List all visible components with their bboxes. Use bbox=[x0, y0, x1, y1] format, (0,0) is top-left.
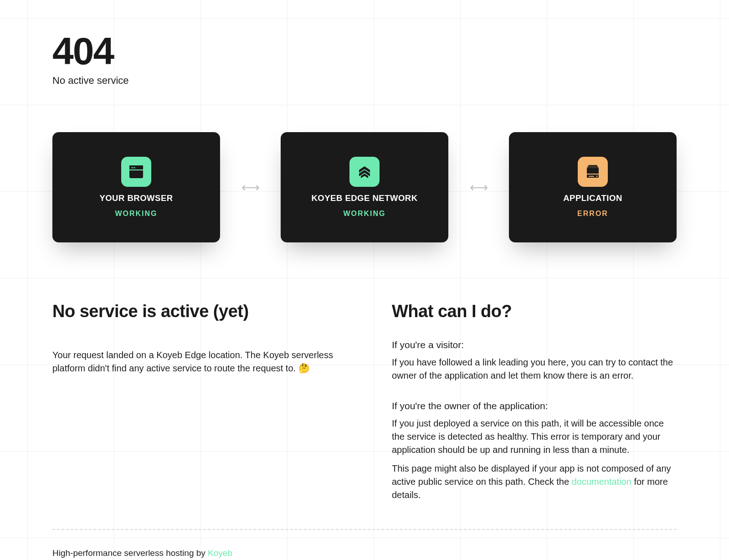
error-header: 404 No active service bbox=[52, 32, 677, 87]
status-card-application: APPLICATION ERROR bbox=[509, 132, 677, 242]
right-heading: What can I do? bbox=[392, 302, 677, 321]
footer-text: High-performance serverless hosting by bbox=[52, 548, 208, 558]
left-heading: No service is active (yet) bbox=[52, 302, 337, 321]
arrow-icon: ⟷ bbox=[470, 180, 488, 195]
browser-window-icon bbox=[121, 157, 151, 187]
main-container: 404 No active service YOUR BROWSER WORKI… bbox=[52, 0, 677, 560]
left-column: No service is active (yet) Your request … bbox=[52, 302, 337, 502]
card-browser-status: WORKING bbox=[115, 210, 157, 218]
card-app-status: ERROR bbox=[577, 210, 608, 218]
card-edge-title: KOYEB EDGE NETWORK bbox=[311, 193, 417, 203]
edge-network-icon bbox=[349, 157, 380, 187]
info-columns: No service is active (yet) Your request … bbox=[52, 302, 677, 502]
error-code: 404 bbox=[52, 32, 677, 70]
svg-point-3 bbox=[131, 167, 133, 168]
status-cards-row: YOUR BROWSER WORKING ⟷ KOYEB EDGE NETWOR… bbox=[52, 132, 677, 242]
visitor-body: If you have followed a link leading you … bbox=[392, 356, 677, 382]
koyeb-link[interactable]: Koyeb bbox=[208, 548, 232, 558]
status-card-browser: YOUR BROWSER WORKING bbox=[52, 132, 220, 242]
documentation-link[interactable]: documentation bbox=[572, 477, 631, 487]
card-edge-status: WORKING bbox=[343, 210, 385, 218]
visitor-heading: If you're a visitor: bbox=[392, 339, 677, 350]
footer: High-performance serverless hosting by K… bbox=[52, 548, 677, 558]
left-body: Your request landed on a Koyeb Edge loca… bbox=[52, 349, 337, 375]
svg-point-7 bbox=[596, 175, 598, 177]
card-app-title: APPLICATION bbox=[563, 193, 622, 203]
card-browser-title: YOUR BROWSER bbox=[99, 193, 173, 203]
error-subtitle: No active service bbox=[52, 75, 677, 87]
owner-body-2: This page might also be displayed if you… bbox=[392, 462, 677, 502]
status-card-edge: KOYEB EDGE NETWORK WORKING bbox=[281, 132, 448, 242]
owner-body-1: If you just deployed a service on this p… bbox=[392, 417, 677, 457]
svg-point-4 bbox=[133, 167, 135, 168]
owner-heading: If you're the owner of the application: bbox=[392, 401, 677, 411]
svg-rect-2 bbox=[129, 170, 143, 170]
arrow-icon: ⟷ bbox=[241, 180, 260, 195]
divider bbox=[52, 529, 677, 530]
server-icon bbox=[578, 157, 608, 187]
right-column: What can I do? If you're a visitor: If y… bbox=[392, 302, 677, 502]
svg-rect-6 bbox=[589, 176, 594, 177]
